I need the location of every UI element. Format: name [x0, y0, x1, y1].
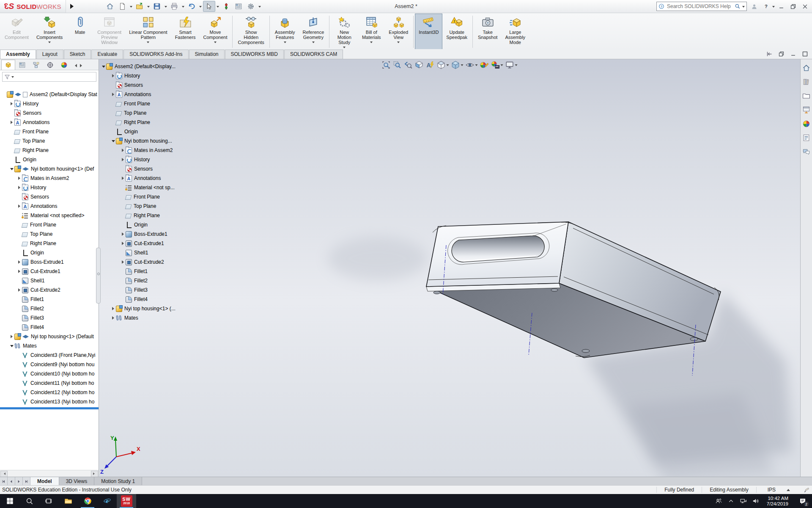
expand-arrow-icon[interactable]	[16, 270, 22, 273]
tree-item-right-plane[interactable]: Right Plane	[100, 211, 192, 220]
model-3d[interactable]: Y X Z	[99, 59, 801, 477]
search-icon[interactable]	[735, 3, 741, 9]
tree-item-material-not-specified[interactable]: Material <not specified>	[0, 211, 99, 220]
expand-arrow-icon[interactable]	[9, 345, 14, 347]
minimize-button[interactable]	[776, 1, 787, 11]
tree-item-cut-extrude2[interactable]: Cut-Extrude2	[100, 257, 192, 267]
restore-button[interactable]	[787, 1, 798, 11]
search-dropdown-icon[interactable]	[742, 6, 745, 9]
expand-arrow-icon[interactable]	[9, 102, 14, 105]
expand-arrow-icon[interactable]	[16, 186, 22, 189]
file-properties-button[interactable]	[233, 1, 245, 12]
expand-arrow-icon[interactable]	[120, 242, 126, 245]
tree-item-mates-in-assem2[interactable]: Mates in Assem2	[0, 174, 99, 183]
start-taskbar-button[interactable]	[0, 494, 19, 508]
tab-model[interactable]: Model	[30, 477, 59, 486]
open-document-dropdown[interactable]	[146, 4, 151, 9]
task-view-taskbar-button[interactable]	[39, 494, 58, 508]
linear-component-pattern-button[interactable]: Linear ComponentPattern	[125, 14, 171, 50]
tree-item-origin[interactable]: Origin	[0, 155, 99, 164]
zoom-area-button[interactable]	[392, 60, 402, 70]
scroll-left-button[interactable]	[0, 471, 8, 477]
reference-geometry-button[interactable]: ReferenceGeometry	[299, 14, 328, 50]
tree-item-right-plane[interactable]: Right Plane	[0, 239, 99, 248]
tab-assembly[interactable]: Assembly	[0, 50, 36, 59]
search-input[interactable]	[666, 3, 733, 10]
manager-tab-propertymanager[interactable]	[15, 60, 29, 70]
window-restore-button[interactable]	[776, 50, 786, 58]
dock-left-button[interactable]	[765, 50, 774, 58]
tree-item-nyi-bottom-housing-1-def[interactable]: Nyi bottom housing<1> (Def	[0, 164, 99, 174]
edit-appearance-button[interactable]	[480, 60, 489, 70]
expand-arrow-icon[interactable]	[120, 149, 126, 152]
tab-sketch[interactable]: Sketch	[64, 50, 91, 59]
expand-arrow-icon[interactable]	[120, 232, 126, 236]
tree-item-origin[interactable]: Origin	[100, 220, 192, 229]
zoom-fit-button[interactable]	[381, 60, 391, 70]
tree-item-right-plane[interactable]: Right Plane	[100, 118, 192, 127]
tree-item-coincident9-nyi-bottom-hou[interactable]: Coincident9 (Nyi bottom hou	[0, 360, 99, 369]
window-maximize-button[interactable]	[800, 50, 809, 58]
tree-item-right-plane[interactable]: Right Plane	[0, 146, 99, 155]
tree-item-coincident12-nyi-bottom-ho[interactable]: Coincident12 (Nyi bottom ho	[0, 388, 99, 397]
tree-item-assem2-default-display[interactable]: Assem2 (Default<Display...	[100, 62, 192, 71]
mate-button[interactable]: Mate	[66, 14, 93, 50]
options-gear-dropdown[interactable]	[257, 4, 262, 9]
tree-item-annotations[interactable]: Annotations	[100, 174, 192, 183]
tree-item-nyi-top-housing-1[interactable]: Nyi top housing<1> (...	[100, 304, 192, 313]
tree-item-material-not-sp[interactable]: Material <not sp...	[100, 183, 192, 192]
new-document-button[interactable]	[116, 1, 129, 12]
tab-solidworks-mbd[interactable]: SOLIDWORKS MBD	[225, 50, 284, 59]
tree-item-fillet4[interactable]: Fillet4	[0, 323, 99, 332]
large-assembly-mode-button[interactable]: LargeAssemblyMode	[501, 14, 529, 50]
save-dropdown[interactable]	[163, 4, 168, 9]
taskpane-home-button[interactable]	[801, 63, 811, 73]
taskpane-view-palette-button[interactable]	[801, 105, 811, 115]
panel-splitter-handle[interactable]	[96, 248, 101, 304]
help-search-box[interactable]	[656, 2, 747, 11]
options-gear-button[interactable]	[245, 1, 257, 12]
tree-item-sensors[interactable]: Sensors	[0, 192, 99, 202]
tree-item-assem2-default-display-stat[interactable]: Assem2 (Default<Display Stat	[0, 90, 99, 99]
user-account-button[interactable]	[749, 1, 760, 11]
tree-item-shell1[interactable]: Shell1	[0, 276, 99, 285]
action-center-button[interactable]: 2	[793, 494, 812, 508]
tree-item-coincident13-nyi-bottom-ho[interactable]: Coincident13 (Nyi bottom ho	[0, 397, 99, 406]
take-snapshot-button[interactable]: TakeSnapshot	[474, 14, 501, 50]
manager-tab-configurationmanager[interactable]	[29, 60, 43, 70]
instant3d-button[interactable]: Instant3D	[415, 14, 442, 50]
tree-item-nyi-top-housing-1-default[interactable]: Nyi top housing<1> (Default	[0, 332, 99, 341]
exploded-view-button[interactable]: ExplodedView	[385, 14, 412, 50]
chevron-up-tray-button[interactable]	[725, 494, 737, 508]
expand-arrow-icon[interactable]	[16, 204, 22, 208]
tree-item-fillet4[interactable]: Fillet4	[100, 295, 192, 304]
manager-tab-featuremanager[interactable]	[1, 60, 15, 70]
taskbar-clock[interactable]: 10:42 AM 7/24/2019	[762, 496, 793, 507]
units-selector[interactable]: IPS	[756, 487, 801, 493]
tab-solidworks-cam[interactable]: SOLIDWORKS CAM	[284, 50, 343, 59]
tree-item-history[interactable]: History	[0, 183, 99, 192]
tree-item-cut-extrude2[interactable]: Cut-Extrude2	[0, 285, 99, 295]
tree-item-origin[interactable]: Origin	[100, 127, 192, 136]
taskpane-file-explorer-button[interactable]	[801, 91, 811, 101]
nav-next-button[interactable]	[15, 477, 23, 486]
panel-horizontal-scrollbar[interactable]	[0, 470, 99, 477]
window-minimize-button[interactable]	[788, 50, 798, 58]
move-component-button[interactable]: MoveComponent	[200, 14, 231, 50]
new-document-dropdown[interactable]	[129, 4, 134, 9]
tree-item-front-plane[interactable]: Front Plane	[100, 192, 192, 202]
taskpane-custom-properties-button[interactable]	[801, 133, 811, 143]
update-speedpak-button[interactable]: UpdateSpeedpak	[442, 14, 471, 50]
tab-evaluate[interactable]: Evaluate	[91, 50, 123, 59]
nav-prev-button[interactable]	[8, 477, 15, 486]
tree-item-nyi-bottom-housing[interactable]: Nyi bottom housing...	[100, 136, 192, 146]
expand-arrow-icon[interactable]	[9, 335, 14, 338]
tree-item-shell1[interactable]: Shell1	[100, 248, 192, 257]
open-document-button[interactable]	[134, 1, 146, 12]
tab-scroll-right[interactable]	[79, 61, 85, 70]
tree-item-boss-extrude1[interactable]: Boss-Extrude1	[0, 257, 99, 267]
tree-item-boss-extrude1[interactable]: Boss-Extrude1	[100, 229, 192, 239]
tree-item-front-plane[interactable]: Front Plane	[100, 99, 192, 108]
expand-arrow-icon[interactable]	[110, 74, 116, 77]
tree-item-history[interactable]: History	[100, 155, 192, 164]
